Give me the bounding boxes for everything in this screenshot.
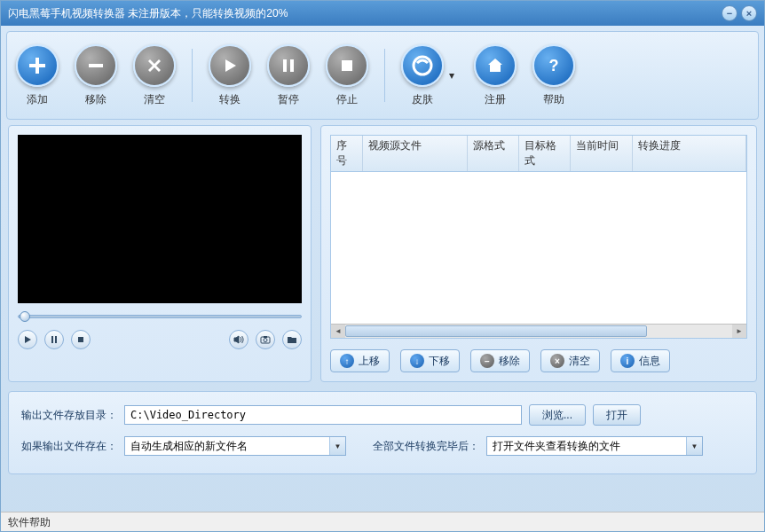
skin-dropdown-arrow[interactable]: ▾ (449, 69, 458, 82)
preview-panel (8, 125, 312, 382)
exists-combo[interactable]: 自动生成相应的新文件名 ▼ (124, 436, 346, 456)
svg-rect-11 (264, 336, 267, 338)
close-button[interactable]: × (741, 5, 757, 21)
svg-rect-3 (342, 60, 352, 71)
info-button[interactable]: i信息 (611, 349, 670, 372)
table-body[interactable] (331, 172, 746, 324)
scroll-thumb[interactable] (345, 325, 647, 337)
window-title: 闪电黑莓手机视频转换器 未注册版本，只能转换视频的20% (8, 6, 718, 21)
table-header: 序号 视频源文件 源格式 目标格式 当前时间 转换进度 (331, 136, 746, 172)
list-actions: ↑上移 ↓下移 −移除 ×清空 i信息 (330, 349, 747, 372)
skin-icon (401, 44, 444, 87)
status-text: 软件帮助 (8, 516, 51, 528)
chevron-down-icon[interactable]: ▼ (329, 437, 345, 455)
scroll-left-arrow[interactable]: ◄ (331, 325, 345, 338)
question-icon: ? (532, 44, 575, 87)
arrow-up-icon: ↑ (340, 354, 354, 368)
svg-rect-1 (283, 59, 287, 72)
toolbar-separator (384, 49, 385, 102)
svg-text:?: ? (549, 57, 559, 74)
pause-icon (267, 44, 310, 87)
play-icon (209, 44, 251, 87)
svg-rect-8 (78, 337, 83, 342)
main-toolbar: 添加 移除 清空 转换 暂停 停止 皮肤 ▾ 注册 (6, 31, 759, 120)
outdir-row: 输出文件存放目录： 浏览... 打开 (21, 404, 744, 426)
horizontal-scrollbar[interactable]: ◄ ► (331, 324, 746, 338)
svg-rect-0 (89, 64, 103, 67)
video-preview[interactable] (18, 135, 302, 303)
exists-label: 如果输出文件存在： (21, 439, 117, 454)
minus-icon (75, 44, 117, 87)
add-button[interactable]: 添加 (16, 44, 59, 107)
col-dstfmt[interactable]: 目标格式 (519, 136, 571, 171)
register-button[interactable]: 注册 (474, 44, 517, 107)
player-pause-button[interactable] (44, 330, 64, 349)
chevron-down-icon[interactable]: ▼ (686, 437, 702, 455)
svg-rect-6 (51, 336, 53, 343)
x-icon: × (550, 354, 564, 368)
player-play-button[interactable] (18, 330, 37, 349)
volume-button[interactable] (229, 330, 248, 349)
col-seq[interactable]: 序号 (331, 136, 363, 171)
convert-button[interactable]: 转换 (209, 44, 251, 107)
aftercomplete-label: 全部文件转换完毕后： (373, 439, 479, 454)
pause-button[interactable]: 暂停 (267, 44, 310, 107)
outdir-label: 输出文件存放目录： (21, 408, 117, 423)
aftercomplete-combo[interactable]: 打开文件夹查看转换的文件 ▼ (486, 436, 703, 456)
open-button[interactable]: 打开 (593, 404, 641, 426)
clear-button[interactable]: 清空 (133, 44, 176, 107)
scroll-right-arrow[interactable]: ► (732, 325, 746, 338)
col-source[interactable]: 视频源文件 (363, 136, 468, 171)
x-icon (133, 44, 176, 87)
browse-button[interactable]: 浏览... (529, 404, 586, 426)
svg-rect-7 (55, 336, 57, 343)
open-folder-button[interactable] (282, 330, 302, 349)
remove-button[interactable]: 移除 (75, 44, 117, 107)
app-window: 闪电黑莓手机视频转换器 未注册版本，只能转换视频的20% − × 添加 移除 清… (0, 0, 765, 532)
minimize-button[interactable]: − (722, 5, 737, 21)
svg-point-10 (264, 339, 267, 342)
toolbar-separator (192, 49, 193, 102)
options-row: 如果输出文件存在： 自动生成相应的新文件名 ▼ 全部文件转换完毕后： 打开文件夹… (21, 436, 744, 456)
col-srcfmt[interactable]: 源格式 (468, 136, 519, 171)
movedown-button[interactable]: ↓下移 (400, 349, 460, 372)
main-content: 序号 视频源文件 源格式 目标格式 当前时间 转换进度 ◄ ► ↑上移 ↓下移 … (1, 125, 764, 382)
info-icon: i (620, 354, 635, 368)
stop-button[interactable]: 停止 (326, 44, 368, 107)
list-clear-button[interactable]: ×清空 (540, 349, 600, 372)
list-remove-button[interactable]: −移除 (470, 349, 530, 372)
moveup-button[interactable]: ↑上移 (330, 349, 390, 372)
arrow-down-icon: ↓ (410, 354, 424, 368)
file-list-panel: 序号 视频源文件 源格式 目标格式 当前时间 转换进度 ◄ ► ↑上移 ↓下移 … (320, 125, 757, 382)
svg-rect-2 (290, 59, 294, 72)
slider-track (18, 315, 302, 318)
col-progress[interactable]: 转换进度 (633, 136, 746, 171)
stop-icon (326, 44, 368, 87)
col-curtime[interactable]: 当前时间 (571, 136, 633, 171)
player-controls (18, 330, 302, 349)
minus-icon: − (480, 354, 494, 368)
snapshot-button[interactable] (256, 330, 275, 349)
home-icon (474, 44, 517, 87)
help-button[interactable]: ? 帮助 (532, 44, 575, 107)
seek-slider[interactable] (18, 310, 302, 323)
slider-thumb[interactable] (20, 311, 30, 322)
statusbar: 软件帮助 (1, 512, 764, 531)
file-table[interactable]: 序号 视频源文件 源格式 目标格式 当前时间 转换进度 ◄ ► (330, 135, 747, 339)
player-stop-button[interactable] (71, 330, 91, 349)
titlebar[interactable]: 闪电黑莓手机视频转换器 未注册版本，只能转换视频的20% − × (1, 1, 764, 26)
plus-icon (16, 44, 59, 87)
outdir-input[interactable] (124, 405, 522, 425)
skin-button[interactable]: 皮肤 (401, 44, 444, 107)
output-settings-panel: 输出文件存放目录： 浏览... 打开 如果输出文件存在： 自动生成相应的新文件名… (8, 391, 757, 474)
